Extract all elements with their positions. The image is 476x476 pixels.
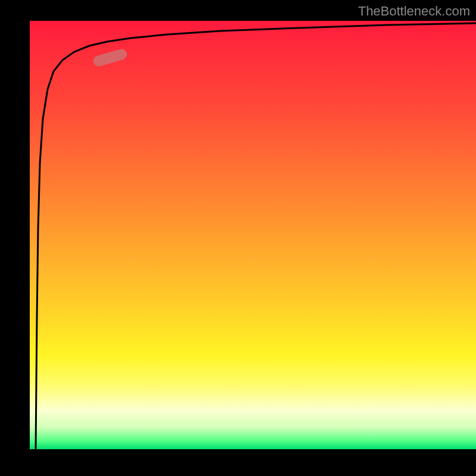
- chart-container: TheBottleneck.com: [0, 0, 476, 476]
- x-axis: [27, 449, 476, 452]
- attribution-text: TheBottleneck.com: [358, 4, 470, 19]
- heat-gradient-background: [30, 21, 476, 449]
- plot-area: [30, 21, 476, 449]
